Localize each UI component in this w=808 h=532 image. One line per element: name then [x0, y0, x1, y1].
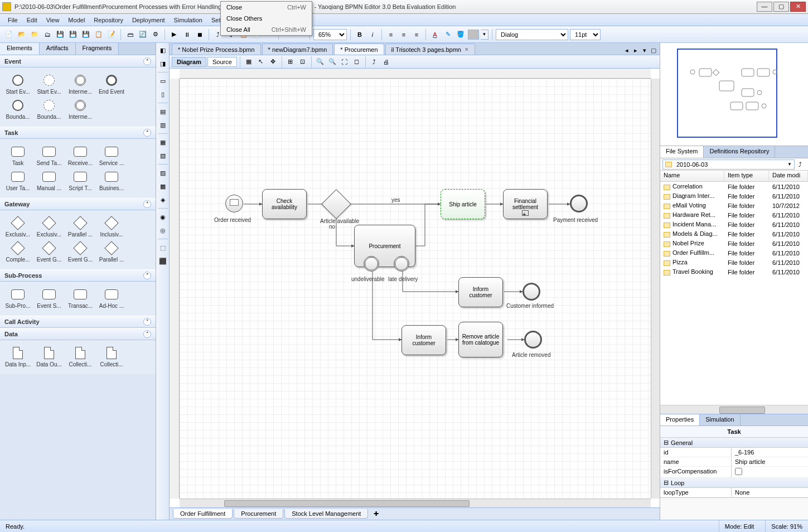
props-notes[interactable] [660, 497, 808, 520]
vt-10-icon[interactable]: ▩ [158, 181, 168, 191]
font-select[interactable]: Dialog [496, 29, 568, 40]
highlight-icon[interactable]: ✎ [442, 29, 453, 40]
end-event-article-removed[interactable] [524, 331, 542, 349]
palette-item[interactable]: Receive... [65, 143, 96, 168]
align-left-icon[interactable]: ≡ [385, 29, 396, 40]
end-event-customer-informed[interactable] [522, 283, 540, 301]
palette-item[interactable]: Interme... [65, 97, 96, 122]
vt-6-icon[interactable]: ▥ [158, 120, 168, 130]
vt-2-icon[interactable]: ◨ [158, 59, 168, 69]
vt-1-icon[interactable]: ◧ [158, 45, 168, 55]
ct-snap-icon[interactable]: ⊡ [297, 56, 308, 67]
ct-zoomout-icon[interactable]: 🔍 [327, 56, 338, 67]
palette-item[interactable]: Collecti... [96, 345, 127, 370]
doctab-nobel[interactable]: * Nobel Prize Process.bpmn [172, 43, 261, 55]
gateway-article-available[interactable] [321, 189, 351, 219]
diagram-canvas[interactable]: Order received Check availability Articl… [180, 79, 651, 499]
fs-col-name[interactable]: Name [660, 171, 724, 181]
close-button[interactable]: ✕ [790, 2, 806, 12]
ct-pan-icon[interactable]: ✥ [268, 56, 279, 67]
palette-item[interactable]: Data Inp... [2, 345, 33, 370]
boundary-undeliverable[interactable] [364, 256, 379, 272]
close-tab-icon[interactable]: ✕ [465, 47, 469, 52]
palette-item[interactable]: Task [2, 143, 33, 168]
align-center-icon[interactable]: ≡ [398, 29, 409, 40]
palette-item[interactable]: Script T... [65, 168, 96, 194]
palette-item[interactable]: User Ta... [2, 168, 33, 194]
fs-col-date[interactable]: Date modi [769, 171, 808, 181]
palette-tab-fragments[interactable]: Fragments [76, 43, 119, 55]
fs-path-combo[interactable]: 2010-06-03 ▼ [662, 159, 795, 170]
ctx-close[interactable]: CloseCtrl+W [221, 2, 312, 13]
bold-icon[interactable]: B [354, 29, 365, 40]
palette-item[interactable]: Inclusiv... [96, 215, 127, 240]
fontsize-select[interactable]: 11pt [570, 29, 601, 40]
palette-item[interactable]: Ad-Hoc ... [96, 286, 127, 311]
ct-export-icon[interactable]: ⤴ [369, 56, 380, 67]
vt-7-icon[interactable]: ▦ [158, 137, 168, 147]
btab-procurement[interactable]: Procurement [234, 509, 283, 519]
open2-icon[interactable]: 📁 [29, 29, 40, 40]
vt-15-icon[interactable]: ⬛ [158, 256, 168, 266]
task-remove-article[interactable]: Remove article from calatogue [458, 322, 503, 357]
fs-row[interactable]: CorrelationFile folder6/11/2010 [660, 182, 808, 191]
doctab-trisotech[interactable]: il Trisotech 3 pages.bpmn✕ [385, 43, 475, 55]
rtab-definitions[interactable]: Definitions Repository [704, 146, 775, 158]
palette-item[interactable]: Service ... [96, 143, 127, 168]
task-ship-article[interactable]: Ship article [441, 189, 485, 219]
palette-item[interactable]: Exclusiv... [2, 215, 33, 240]
color-swatch[interactable] [468, 30, 479, 40]
save-icon[interactable]: 💾 [55, 29, 66, 40]
ct-grid-icon[interactable]: ⊞ [285, 56, 296, 67]
palette-item[interactable]: Exclusiv... [33, 215, 65, 240]
palette-item[interactable]: Sub-Pro... [2, 286, 33, 311]
ctx-close-others[interactable]: Close Others [221, 13, 312, 24]
start-event[interactable] [225, 195, 243, 212]
palette-item[interactable]: Collecti... [65, 345, 96, 370]
proptab-properties[interactable]: Properties [660, 414, 700, 425]
vt-12-icon[interactable]: ◉ [158, 212, 168, 222]
palette-item[interactable]: Comple... [2, 240, 33, 265]
palette-item[interactable]: Start Ev... [33, 72, 65, 97]
palette-item[interactable]: Send Ta... [33, 143, 65, 168]
vt-14-icon[interactable]: ⬚ [158, 243, 168, 253]
fs-up-icon[interactable]: ⤴ [795, 159, 806, 170]
palette-item[interactable]: Busines... [96, 168, 127, 194]
palette-item[interactable]: Transac... [65, 286, 96, 311]
refresh-icon[interactable]: 🔄 [137, 29, 148, 40]
palette-tab-artifacts[interactable]: Artifacts [40, 43, 76, 55]
play-icon[interactable]: ▶ [168, 29, 180, 40]
fs-col-type[interactable]: Item type [724, 171, 769, 181]
props-group-general[interactable]: ⊟General [660, 438, 808, 448]
menu-repository[interactable]: Repository [89, 16, 128, 25]
fs-row[interactable]: Hardware Ret...File folder6/11/2010 [660, 210, 808, 220]
palette-item[interactable]: Event G... [33, 240, 65, 265]
proptab-simulation[interactable]: Simulation [700, 414, 740, 425]
vt-4-icon[interactable]: ▯ [158, 89, 168, 99]
palette-group-data[interactable]: Data˄ [0, 328, 156, 340]
fs-row[interactable]: Travel BookingFile folder6/11/2010 [660, 267, 808, 277]
vt-9-icon[interactable]: ▨ [158, 168, 168, 178]
palette-item[interactable]: Parallel ... [96, 240, 127, 265]
palette-item[interactable]: Event S... [33, 286, 65, 311]
view-source[interactable]: Source [207, 57, 237, 67]
ct-zoomfit-icon[interactable]: ⛶ [339, 56, 350, 67]
vt-11-icon[interactable]: ◈ [158, 195, 168, 205]
view-diagram[interactable]: Diagram [172, 57, 206, 67]
fs-row[interactable]: Order Fulfillm...File folder6/11/2010 [660, 248, 808, 258]
palette-group-call-activity[interactable]: Call Activity˅ [0, 316, 156, 328]
calendar-icon[interactable]: 📋 [93, 29, 104, 40]
fs-row[interactable]: Incident Mana...File folder6/11/2010 [660, 220, 808, 229]
stop-icon[interactable]: ⏹ [194, 29, 205, 40]
fill-icon[interactable]: 🪣 [455, 29, 466, 40]
rtab-filesystem[interactable]: File System [660, 146, 704, 158]
palette-item[interactable]: Interme... [65, 72, 96, 97]
palette-item[interactable]: Event G... [65, 240, 96, 265]
end-event-payment[interactable] [570, 195, 588, 212]
doctab-procurement[interactable]: * Procuremen [334, 43, 384, 55]
vt-5-icon[interactable]: ▤ [158, 107, 168, 117]
palette-group-event[interactable]: Event˄ [0, 55, 156, 67]
palette-item[interactable]: Start Ev... [2, 72, 33, 97]
minimap[interactable] [660, 43, 808, 146]
ct-print-icon[interactable]: 🖨 [381, 56, 392, 67]
